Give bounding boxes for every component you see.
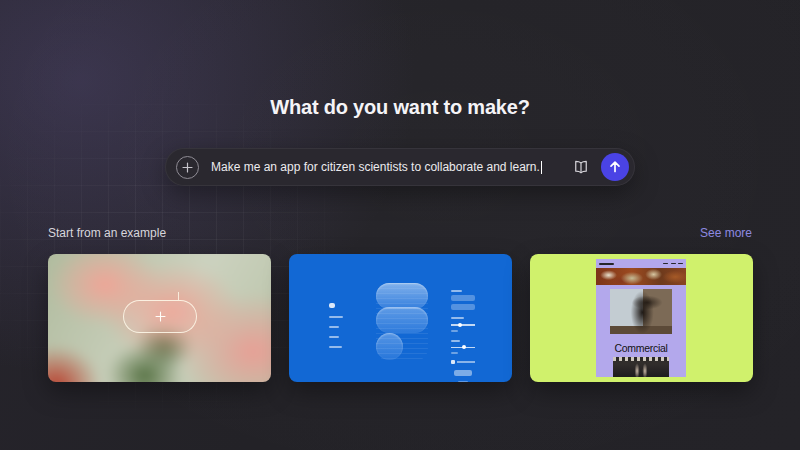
arrow-up-icon	[608, 160, 622, 174]
mini-checkbox-row	[451, 360, 475, 364]
mini-button	[451, 304, 475, 310]
mini-label	[451, 330, 458, 332]
add-pill-overlay	[123, 300, 197, 333]
plus-icon	[155, 311, 166, 322]
submit-button[interactable]	[601, 153, 629, 181]
prompt-bar[interactable]: Make me an app for citizen scientists to…	[165, 148, 635, 186]
text-caret	[541, 161, 542, 174]
example-card-3d-editor[interactable]	[289, 254, 512, 382]
mockup-navbar	[596, 259, 686, 268]
example-card-portfolio-site[interactable]: Commercial	[530, 254, 753, 382]
mockup-logo-bar	[599, 263, 614, 265]
mini-label	[451, 340, 460, 342]
mockup-window-silhouette-photo	[610, 289, 672, 334]
mockup-nav-links	[663, 263, 683, 265]
mini-label	[451, 352, 458, 354]
mockup-title: Commercial	[596, 342, 686, 354]
mini-menu-item	[329, 336, 339, 338]
glassy-logo-shape	[376, 283, 428, 361]
mini-menu-item	[329, 326, 339, 328]
mini-sidebar-menu	[329, 303, 343, 348]
mini-label	[458, 381, 468, 383]
mini-menu-item	[329, 346, 342, 348]
examples-label: Start from an example	[48, 226, 166, 240]
mini-menu-item	[329, 316, 343, 318]
examples-header: Start from an example See more	[48, 226, 752, 240]
example-cards: Commercial	[48, 254, 753, 382]
mini-slider	[451, 324, 475, 326]
website-mockup: Commercial	[596, 259, 686, 377]
example-card-flower-photo[interactable]	[48, 254, 271, 382]
background-glow	[0, 0, 800, 450]
plus-icon[interactable]	[176, 156, 199, 179]
mini-slider	[451, 347, 475, 349]
prompt-input[interactable]: Make me an app for citizen scientists to…	[211, 160, 568, 174]
pill-handle	[178, 292, 179, 300]
see-more-link[interactable]: See more	[700, 226, 752, 240]
page-title: What do you want to make?	[0, 96, 800, 119]
mini-properties-panel	[451, 290, 475, 382]
mini-label	[451, 290, 462, 292]
prompt-input-value: Make me an app for citizen scientists to…	[211, 160, 540, 174]
open-book-icon[interactable]	[568, 154, 594, 180]
mini-logo	[329, 303, 335, 308]
mockup-legs-photo	[613, 357, 669, 377]
mini-cta-button	[454, 370, 472, 376]
mini-button	[451, 295, 475, 301]
app-screen: What do you want to make? Make me an app…	[0, 0, 800, 450]
mini-label	[451, 317, 464, 319]
mockup-banner-photo	[596, 268, 686, 285]
